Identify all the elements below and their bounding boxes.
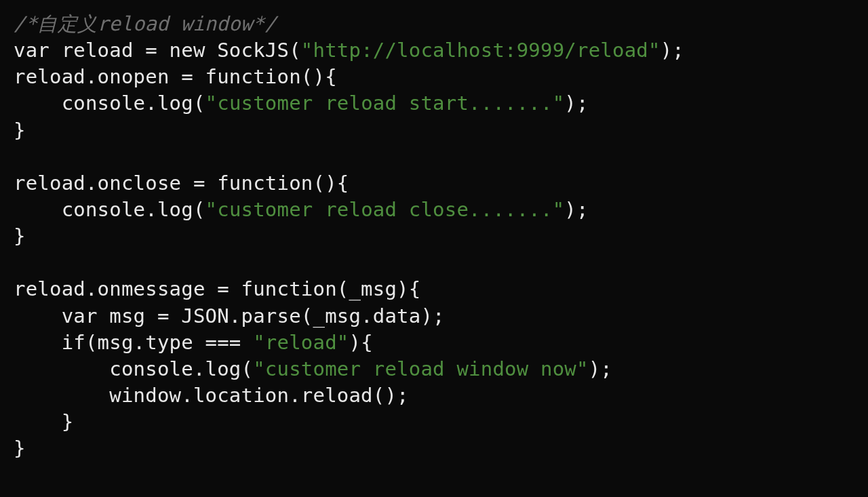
code-text: ){ xyxy=(349,331,372,354)
code-line: reload.onclose = function(){ xyxy=(14,172,349,195)
code-line: reload.onopen = function(){ xyxy=(14,65,337,88)
code-comment: /*自定义reload window*/ xyxy=(14,12,277,35)
code-string: "customer reload close......." xyxy=(205,198,565,221)
code-string: "customer reload window now" xyxy=(253,357,588,380)
code-text: ); xyxy=(564,198,588,221)
code-line: reload.onmessage = function(_msg){ xyxy=(14,277,420,300)
code-line: if(msg.type === xyxy=(14,331,253,354)
code-line: } xyxy=(14,437,26,460)
code-line: window.location.reload(); xyxy=(14,384,409,407)
code-line: } xyxy=(14,410,73,433)
code-string: "reload" xyxy=(253,331,349,354)
code-line: } xyxy=(14,119,26,142)
code-block: /*自定义reload window*/ var reload = new So… xyxy=(0,0,868,473)
code-text: ); xyxy=(589,357,612,380)
code-line: console.log( xyxy=(14,198,205,221)
code-text: ); xyxy=(564,92,588,115)
code-line: var msg = JSON.parse(_msg.data); xyxy=(14,304,445,327)
code-line: console.log( xyxy=(14,92,205,115)
code-string: "customer reload start......." xyxy=(205,92,565,115)
code-text: ); xyxy=(660,39,684,62)
code-line: var reload = new SockJS( xyxy=(14,39,301,62)
code-string: "http://localhost:9999/reload" xyxy=(301,39,660,62)
code-line: } xyxy=(14,224,26,247)
code-line: console.log( xyxy=(14,357,253,380)
